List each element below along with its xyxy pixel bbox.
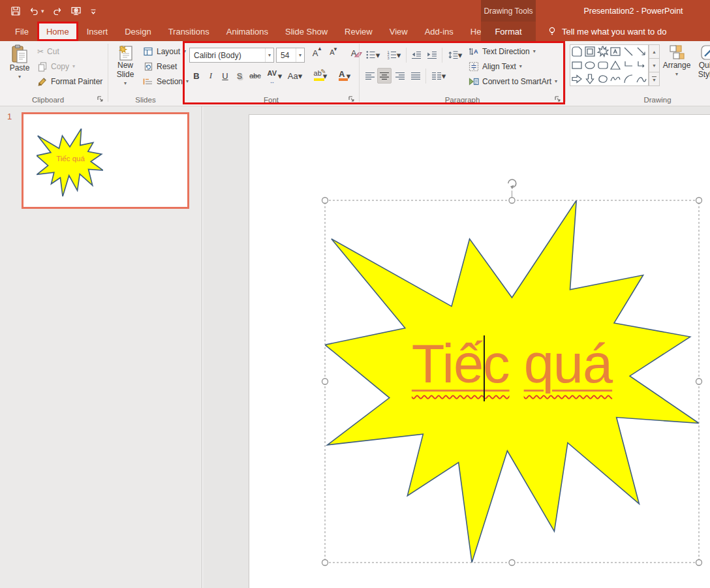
font-name-combo[interactable]: Calibri (Body) ▾ xyxy=(189,48,274,63)
shape-text-box-icon[interactable] xyxy=(610,45,623,59)
tab-add-ins[interactable]: Add-ins xyxy=(416,22,462,41)
increase-indent-button[interactable] xyxy=(425,47,439,63)
shape-freeform-icon[interactable] xyxy=(596,72,610,85)
font-name-dropdown-icon[interactable]: ▾ xyxy=(265,48,273,62)
shape-arc-icon[interactable] xyxy=(622,72,635,85)
align-right-icon xyxy=(395,70,405,81)
align-right-button[interactable] xyxy=(393,68,407,84)
change-case-button[interactable]: Aa▾ xyxy=(285,68,305,84)
shape-rectangle-icon[interactable] xyxy=(570,59,583,72)
font-size-value: 54 xyxy=(281,51,289,60)
grow-font-button[interactable]: A▲ xyxy=(307,47,323,63)
font-size-combo[interactable]: 54 ▾ xyxy=(276,48,305,63)
undo-icon[interactable] xyxy=(29,6,39,16)
text-shadow-button[interactable]: S xyxy=(233,68,246,84)
slide-canvas[interactable]: Tiếc quá xyxy=(249,114,710,588)
copy-button[interactable]: Copy ▾ xyxy=(35,59,77,74)
customize-toolbar-icon[interactable] xyxy=(89,7,97,15)
character-spacing-button[interactable]: AV ↔ ▾ xyxy=(264,68,284,84)
numbering-icon: 123 xyxy=(386,50,397,60)
contextual-tools-header: Drawing Tools xyxy=(481,0,536,22)
quick-styles-button[interactable]: Quick Styles xyxy=(694,42,710,80)
shape-curve-icon[interactable] xyxy=(635,72,648,85)
align-left-button[interactable] xyxy=(363,68,377,84)
line-spacing-button[interactable]: ▾ xyxy=(445,47,465,63)
paragraph-dialog-launcher-icon[interactable] xyxy=(554,95,562,103)
shape-frame-icon[interactable] xyxy=(583,45,596,59)
new-slide-button[interactable]: New Slide ▾ xyxy=(111,42,140,86)
shape-scribble-icon[interactable] xyxy=(610,72,623,85)
shape-snip-round-rect-icon[interactable] xyxy=(570,45,583,59)
shape-line-arrow-icon[interactable] xyxy=(635,45,648,59)
numbering-button[interactable]: 123▾ xyxy=(384,47,403,63)
justify-button[interactable] xyxy=(409,68,423,84)
shape-elbow-connector-icon[interactable] xyxy=(622,59,635,72)
svg-text:A: A xyxy=(474,48,478,55)
layout-button[interactable]: Layout▾ xyxy=(141,44,188,59)
group-font: Calibri (Body) ▾ 54 ▾ A▲ A▼ A B I U S ab… xyxy=(183,41,359,106)
strikethrough-button[interactable]: abc xyxy=(247,68,263,84)
arrange-button[interactable]: Arrange ▾ xyxy=(661,42,692,77)
align-text-button[interactable]: Align Text▾ xyxy=(467,59,524,74)
shape-arrow-down-icon[interactable] xyxy=(583,72,596,85)
paste-button[interactable]: Paste ▾ xyxy=(5,42,34,80)
font-color-button[interactable]: A ▾ xyxy=(333,68,354,84)
undo-dropdown-icon[interactable]: ▾ xyxy=(41,8,44,14)
decrease-indent-button[interactable] xyxy=(409,47,424,63)
shape-text[interactable]: Tiếc quá xyxy=(325,332,699,396)
shape-elbow-arrow-connector-icon[interactable] xyxy=(635,59,648,72)
text-direction-button[interactable]: A Text Direction▾ xyxy=(467,44,538,59)
tab-file[interactable]: File xyxy=(7,22,37,41)
svg-text:3: 3 xyxy=(387,56,389,60)
tab-home[interactable]: Home xyxy=(37,22,78,41)
tab-slide-show[interactable]: Slide Show xyxy=(277,22,336,41)
shape-explosion-icon[interactable] xyxy=(596,45,610,59)
tab-transitions[interactable]: Transitions xyxy=(160,22,218,41)
paste-icon xyxy=(11,44,28,64)
slide-thumbnails-panel: 1 Tiếc quá xyxy=(0,106,202,588)
convert-smartart-button[interactable]: Convert to SmartArt▾ xyxy=(467,74,559,89)
reset-button[interactable]: Reset xyxy=(141,59,179,74)
shape-arrow-right-icon[interactable] xyxy=(570,72,583,85)
cut-button[interactable]: ✂ Cut xyxy=(35,44,61,59)
shape-rounded-rectangle-icon[interactable] xyxy=(596,59,610,72)
tell-me-box[interactable]: Tell me what you want to do xyxy=(547,22,666,41)
slide-editing-area[interactable]: Tiếc quá xyxy=(203,106,710,588)
underline-button[interactable]: U xyxy=(219,68,232,84)
section-label: Section xyxy=(157,77,183,86)
new-slide-icon xyxy=(117,44,134,61)
italic-button[interactable]: I xyxy=(204,68,217,84)
shape-triangle-icon[interactable] xyxy=(610,59,623,72)
increase-indent-icon xyxy=(427,50,437,60)
shrink-font-button[interactable]: A▼ xyxy=(324,47,340,63)
slide-thumbnail-1[interactable]: Tiếc quá xyxy=(22,112,189,209)
gallery-scroll-up-icon[interactable]: ▲ xyxy=(649,45,659,59)
columns-button[interactable]: ▾ xyxy=(429,68,448,84)
tell-me-label: Tell me what you want to do xyxy=(562,27,666,37)
bullets-button[interactable]: ▾ xyxy=(363,47,382,63)
align-center-button[interactable] xyxy=(377,68,392,84)
tab-insert[interactable]: Insert xyxy=(78,22,117,41)
format-painter-icon xyxy=(37,76,48,87)
font-dialog-launcher-icon[interactable] xyxy=(348,95,356,103)
redo-icon[interactable] xyxy=(52,6,63,16)
highlight-pen-icon: ✎ xyxy=(320,68,326,75)
shape-line-icon[interactable] xyxy=(622,45,635,59)
font-size-dropdown-icon[interactable]: ▾ xyxy=(296,48,304,62)
bold-button[interactable]: B xyxy=(190,68,203,84)
gallery-scroll-down-icon[interactable]: ▼ xyxy=(649,59,659,72)
clipboard-dialog-launcher-icon[interactable] xyxy=(97,95,104,103)
highlight-color-button[interactable]: ab ✎ ▾ xyxy=(309,68,331,84)
slides-group-label: Slides xyxy=(108,96,183,104)
format-painter-button[interactable]: Format Painter xyxy=(35,74,104,89)
save-icon[interactable] xyxy=(10,6,21,16)
align-center-icon xyxy=(379,70,390,81)
tab-format[interactable]: Format xyxy=(481,22,536,41)
tab-view[interactable]: View xyxy=(381,22,416,41)
tab-review[interactable]: Review xyxy=(336,22,381,41)
gallery-more-icon[interactable]: ▼ xyxy=(649,72,659,85)
start-slideshow-icon[interactable] xyxy=(70,6,82,16)
shape-oval-icon[interactable] xyxy=(583,59,596,72)
tab-design[interactable]: Design xyxy=(116,22,159,41)
tab-animations[interactable]: Animations xyxy=(218,22,277,41)
